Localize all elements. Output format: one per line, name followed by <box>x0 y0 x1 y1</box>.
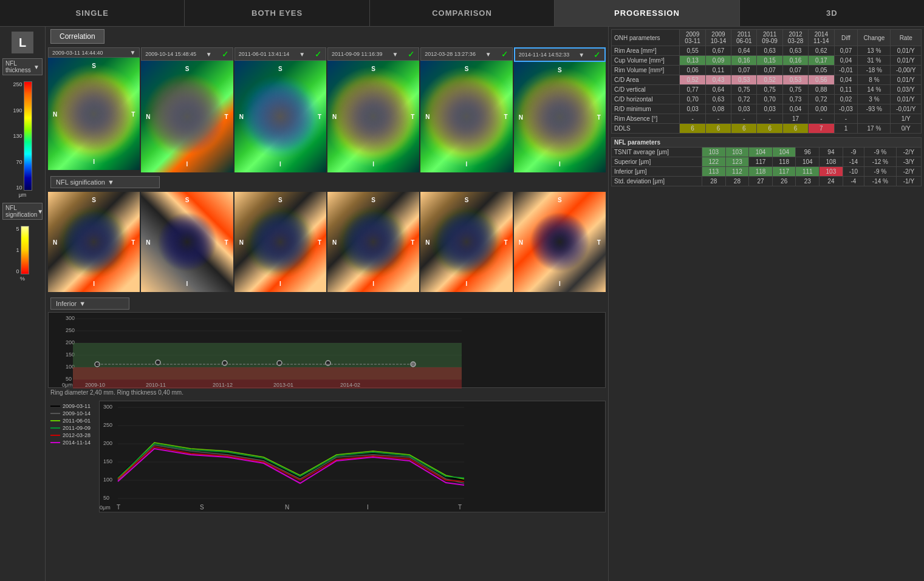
table-cell: 103 <box>702 148 725 157</box>
signif-image-2[interactable]: S I N T <box>141 192 233 292</box>
tab-single[interactable]: SINGLE <box>0 0 185 26</box>
table-cell: 0,08 <box>705 104 731 114</box>
table-cell: -3/Y <box>896 157 921 167</box>
table-cell: - <box>705 114 731 124</box>
svg-text:0μm: 0μm <box>62 382 73 388</box>
tab-3d[interactable]: 3D <box>740 0 924 26</box>
svg-text:150: 150 <box>103 458 112 464</box>
legend-entry-1: 2009-03-11 <box>50 403 94 409</box>
table-cell: 14 % <box>858 85 891 95</box>
correlation-button[interactable]: Correlation <box>50 29 104 44</box>
inferior-dropdown[interactable]: Inferior ▼ <box>50 297 129 310</box>
table-cell: -0,00/Y <box>891 66 922 75</box>
table-cell: -1/Y <box>896 177 921 186</box>
legend-line-2 <box>50 413 60 414</box>
table-cell: -12 % <box>864 157 896 167</box>
signif-image-7[interactable]: S I N T <box>514 192 606 292</box>
table-cell: 0,07 <box>782 66 808 75</box>
table-cell: 0,02 <box>834 95 858 104</box>
table-cell: -10 <box>843 167 864 177</box>
scan-header-1[interactable]: 2009-03-11 14:44:40 ▼ <box>48 47 140 58</box>
table-cell: 0,06 <box>680 66 705 75</box>
scan-image-3[interactable]: S I N T <box>234 61 326 172</box>
scan-header-5[interactable]: 2011-09-09 11:16:39 ▼ ✓ <box>327 47 419 61</box>
row-label: C/D Area <box>612 75 680 85</box>
scan-image-5[interactable]: S I N T <box>327 61 419 172</box>
table-cell: -2/Y <box>896 148 921 157</box>
table-cell: 0,07 <box>834 46 858 56</box>
table-cell: 27 <box>749 177 773 186</box>
table-cell: 104 <box>749 148 773 157</box>
right-panel: ONH parameters 200903-11 200910-14 20110… <box>608 27 924 581</box>
table-cell: 26 <box>772 177 796 186</box>
legend-line-6 <box>50 442 60 443</box>
checkmark-3: ✓ <box>315 49 322 59</box>
signif-image-5[interactable]: S I N T <box>327 192 419 292</box>
table-cell: 0,63 <box>782 46 808 56</box>
signif-image-3[interactable]: S I N T <box>234 192 326 292</box>
table-row: Inferior [μm] 113 112 118 117 111 103 -1… <box>612 167 922 177</box>
scan-header-6[interactable]: 2012-03-28 13:27:36 ▼ ✓ <box>420 47 512 61</box>
row-label: Rim Absence [°] <box>612 114 680 124</box>
scan-image-6[interactable]: S I N T <box>420 61 512 172</box>
scan-header-2[interactable]: 2009-10-14 15:48:45 ▼ ✓ <box>141 47 233 61</box>
svg-text:2010-11: 2010-11 <box>146 382 166 388</box>
svg-text:200: 200 <box>103 440 112 446</box>
onh-col-diff: Diff <box>834 30 858 46</box>
table-cell: 0,16 <box>731 56 757 66</box>
table-cell: 96 <box>796 148 820 157</box>
table-cell: 0,03 <box>731 104 757 114</box>
table-cell: 7 <box>809 124 834 134</box>
colorbar-unit: μm <box>19 192 27 198</box>
nfl-thickness-dropdown[interactable]: NFL thickness ▼ <box>2 58 43 75</box>
onh-col-2: 201106-01 <box>731 30 757 46</box>
row-label: R/D minimum <box>612 104 680 114</box>
signif-item-7: S I N T <box>514 192 606 293</box>
table-cell: 0,17 <box>809 56 834 66</box>
svg-text:0μm: 0μm <box>100 505 111 511</box>
signif-image-1[interactable]: S I N T <box>48 192 140 292</box>
nfl-signification-row: S I N T S I N T <box>46 191 608 294</box>
table-cell: -9 <box>843 148 864 157</box>
table-cell: 0,72 <box>809 95 834 104</box>
table-cell: 6 <box>782 124 808 134</box>
table-cell: 0,11 <box>834 85 858 95</box>
scan-image-1[interactable]: S I N T <box>48 58 140 170</box>
table-cell: -0,01/Y <box>891 104 922 114</box>
svg-text:S: S <box>200 504 204 511</box>
scan-image-7[interactable]: S I N T <box>514 62 606 172</box>
table-cell: 117 <box>749 157 773 167</box>
signif-image-6[interactable]: S I N T <box>420 192 512 292</box>
tab-progression[interactable]: PROGRESSION <box>555 0 739 26</box>
svg-text:100: 100 <box>103 477 112 483</box>
svg-text:50: 50 <box>103 495 109 501</box>
table-cell: 0,03 <box>757 104 782 114</box>
signif-dropdown[interactable]: NFL signification ▼ <box>50 176 160 188</box>
table-cell: 0,70 <box>680 95 705 104</box>
scan-item-2: 2009-10-14 15:48:45 ▼ ✓ S I N T <box>141 47 233 172</box>
tsnit-chart: 300 250 200 150 100 50 0μm <box>99 401 606 512</box>
tab-comparison[interactable]: COMPARISON <box>370 0 555 26</box>
tab-both-eyes[interactable]: BOTH EYES <box>185 0 369 26</box>
onh-col-4: 201203-28 <box>782 30 808 46</box>
row-label: Rim Area [mm²] <box>612 46 680 56</box>
nfl-signification-dropdown[interactable]: NFL signification ▼ <box>2 203 43 220</box>
table-cell: 0,73 <box>782 95 808 104</box>
row-label: C/D vertical <box>612 85 680 95</box>
table-cell: 0,43 <box>705 75 731 85</box>
table-cell: 117 <box>772 167 796 177</box>
table-row: Rim Absence [°] - - - - 17 - - 1/Y <box>612 114 922 124</box>
table-row: Cup Volume [mm³] 0,13 0,09 0,16 0,15 0,1… <box>612 56 922 66</box>
table-cell: 28 <box>702 177 725 186</box>
table-row: Superior [μm] 122 123 117 118 104 108 -1… <box>612 157 922 167</box>
table-cell: - <box>757 114 782 124</box>
table-cell: -9 % <box>864 167 896 177</box>
scan-image-2[interactable]: S I N T <box>141 61 233 172</box>
scan-header-7[interactable]: 2014-11-14 14:52:33 ▼ ✓ <box>514 47 606 62</box>
checkmark-2: ✓ <box>222 49 229 59</box>
table-cell: 3 % <box>858 95 891 104</box>
table-cell: -9 % <box>864 148 896 157</box>
scan-header-3[interactable]: 2011-06-01 13:41:14 ▼ ✓ <box>234 47 326 61</box>
svg-text:2009-10: 2009-10 <box>85 382 105 388</box>
svg-point-17 <box>222 361 227 365</box>
